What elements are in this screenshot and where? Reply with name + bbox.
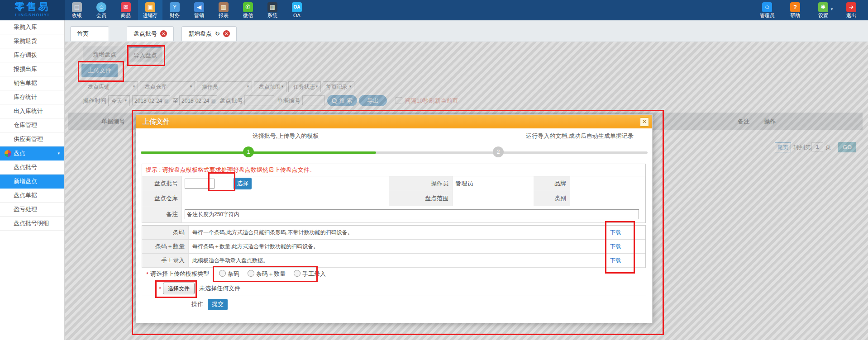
modal-header: 上传文件 ✕ — [136, 115, 652, 128]
module-label: 进销存 — [143, 13, 158, 18]
form-row-2: 盘点仓库 盘点范围 类别 — [142, 191, 645, 206]
module-wechat[interactable]: ✆ 微信 — [236, 0, 260, 20]
operator-filter-dropdown[interactable]: -操作员- ▼ — [197, 81, 252, 92]
chevron-down-icon: ▼ — [830, 7, 834, 11]
download-link[interactable]: 下载 — [606, 226, 645, 239]
module-label: 财务 — [170, 13, 180, 18]
date-to-input[interactable]: 2018-02-24 ▦ — [179, 95, 217, 105]
logo-subtext: LINGSHOUYI — [0, 13, 65, 17]
user-action-label: 设置 — [818, 13, 828, 18]
radio-option-barcode[interactable]: 条码 — [219, 270, 239, 278]
sidebar-item-stock-transfer[interactable]: 库存调拨 — [0, 48, 64, 62]
module-member[interactable]: ☺ 会员 — [89, 0, 114, 20]
sidebar-item-stock-stats[interactable]: 库存统计 — [0, 90, 64, 104]
submit-button[interactable]: 提交 — [208, 299, 228, 310]
pagination-goto-label: 转到第 — [793, 143, 811, 151]
choose-batch-button[interactable]: 选择 — [234, 178, 252, 189]
pagination-last-button[interactable]: 尾页 — [775, 142, 791, 152]
pagination-page-input[interactable] — [811, 142, 823, 151]
table-header-doc-no: 单据编号 — [101, 118, 125, 126]
module-system[interactable]: ▦ 系统 — [260, 0, 285, 20]
module-label: 系统 — [267, 13, 277, 18]
module-finance[interactable]: ¥ 财务 — [162, 0, 187, 20]
sidebar-item-stocktake-batch[interactable]: 盘点批号 — [0, 161, 64, 175]
settings-button[interactable]: ✱ 设置 ▼ — [809, 0, 837, 20]
sidebar-item-stocktake[interactable]: 盘点 ▾ — [0, 146, 64, 161]
sidebar-item-stocktake-docs[interactable]: 盘点单据 — [0, 189, 64, 203]
close-icon[interactable]: ✕ — [223, 30, 230, 37]
close-icon[interactable]: ✕ — [160, 30, 167, 37]
module-oa[interactable]: OA OA — [285, 0, 309, 20]
template-desc: 此模板适合手动录入盘点数据。 — [189, 254, 606, 267]
search-button[interactable]: 搜 索 — [327, 95, 357, 106]
time-preset-select[interactable]: 今天 ▼ — [108, 95, 130, 106]
remark-input[interactable] — [185, 209, 639, 219]
batch-no-label: 盘点批号 — [219, 97, 243, 105]
radio-icon[interactable] — [219, 270, 226, 277]
scope-filter-dropdown[interactable]: -盘点范围- ▼ — [254, 81, 286, 92]
choose-file-button[interactable]: 选择文件 — [163, 283, 195, 294]
task-status-filter-dropdown[interactable]: -任务状态- ▼ — [288, 81, 321, 92]
sidebar-item-purchase-return[interactable]: 采购退货 — [0, 34, 64, 48]
module-inventory[interactable]: ▣ 进销存 — [138, 0, 162, 20]
subtab-import-stocktake[interactable]: 导入盘点 — [129, 47, 162, 61]
radio-label: 条码 — [228, 270, 239, 277]
sidebar-item-supplier-mgmt[interactable]: 供应商管理 — [0, 132, 64, 146]
finance-icon: ¥ — [170, 2, 180, 12]
operator-field-label: 操作员 — [389, 176, 453, 191]
warehouse-filter-dropdown[interactable]: -盘点仓库- ▼ — [140, 81, 195, 92]
sidebar-item-profit-loss[interactable]: 盈亏处理 — [0, 203, 64, 217]
member-icon: ☺ — [96, 2, 106, 12]
logout-button[interactable]: ➔ 退出 — [837, 0, 865, 20]
radio-icon[interactable] — [294, 270, 300, 277]
module-marketing[interactable]: ◀ 营销 — [187, 0, 211, 20]
admin-user-button[interactable]: ☺ 管理员 — [753, 0, 781, 20]
auto-refresh-checkbox[interactable] — [396, 97, 402, 104]
tab-stocktake-batch[interactable]: 盘点批号 ✕ — [127, 26, 174, 41]
modal-title: 上传文件 — [143, 115, 170, 128]
export-button[interactable]: 导出 — [359, 95, 387, 106]
module-reports[interactable]: ▥ 报表 — [211, 0, 236, 20]
help-button[interactable]: ? 帮助 — [781, 0, 809, 20]
sidebar-item-sales-docs[interactable]: 销售单据 — [0, 76, 64, 90]
sidebar-item-loss-out[interactable]: 报损出库 — [0, 62, 64, 76]
refresh-icon[interactable]: ↻ — [215, 27, 220, 40]
page-size-dropdown[interactable]: 每页记录 ▼ — [323, 81, 354, 92]
sidebar-item-inout-stats[interactable]: 出入库统计 — [0, 104, 64, 118]
module-goods[interactable]: ✉ 商品 — [114, 0, 138, 20]
download-link[interactable]: 下载 — [606, 254, 645, 267]
required-mark: * — [159, 285, 161, 292]
sidebar-item-new-stocktake[interactable]: 新增盘点 — [0, 175, 64, 189]
calendar-icon[interactable]: ▦ — [164, 96, 169, 106]
pagination-go-button[interactable]: GO — [838, 142, 856, 152]
tab-home[interactable]: 首页 — [70, 26, 109, 41]
template-desc: 每行条码＋数量,此方式适合带计数功能的扫码设备。 — [189, 240, 606, 253]
module-label: 微信 — [243, 13, 253, 18]
download-link[interactable]: 下载 — [606, 240, 645, 253]
subtab-new-stocktake[interactable]: 新增盘点 — [83, 47, 126, 61]
upload-file-button[interactable]: 上传文件 — [81, 64, 118, 77]
radio-label: 条码＋数量 — [256, 270, 286, 277]
sidebar-item-purchase-in[interactable]: 采购入库 — [0, 20, 64, 34]
doc-no-label: 单据编号 — [277, 97, 300, 105]
dropdown-value: -操作员- — [200, 84, 220, 90]
radio-option-manual[interactable]: 手工录入 — [294, 270, 326, 278]
pie-chart-icon — [5, 150, 11, 157]
module-cashier[interactable]: ▤ 收银 — [65, 0, 89, 20]
operator-field-value: 管理员 — [453, 176, 534, 191]
template-row-barcode: 条码 每行一个条码,此方式适合只能扫条形码,不带计数功能的扫码设备。 下载 — [142, 226, 645, 240]
store-filter-dropdown[interactable]: -盘点店铺- ▼ — [83, 81, 138, 92]
doc-no-input[interactable] — [302, 95, 325, 105]
tab-new-stocktake[interactable]: 新增盘点 ↻ ✕ — [181, 26, 237, 41]
sidebar-item-warehouse-mgmt[interactable]: 仓库管理 — [0, 118, 64, 132]
form-row-1: 盘点批号 选择 操作员 管理员 品牌 — [142, 176, 645, 191]
radio-icon[interactable] — [248, 270, 254, 277]
calendar-icon[interactable]: ▦ — [211, 96, 216, 106]
date-from-input[interactable]: 2018-02-24 ▦ — [132, 95, 170, 105]
sidebar-item-stocktake-batch-detail[interactable]: 盘点批号明细 — [0, 217, 64, 231]
modal-batch-no-input[interactable] — [185, 179, 215, 189]
radio-option-barcode-qty[interactable]: 条码＋数量 — [248, 270, 286, 278]
batch-no-input[interactable] — [244, 95, 274, 105]
close-icon[interactable]: ✕ — [640, 118, 649, 127]
logo-text: 零售易 — [0, 1, 65, 13]
